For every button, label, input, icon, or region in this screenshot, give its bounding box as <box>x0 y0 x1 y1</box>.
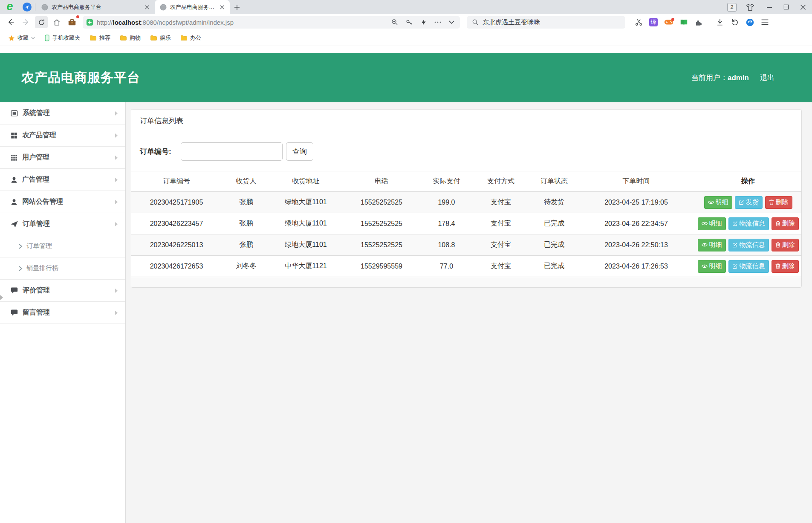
trash-icon <box>769 199 774 205</box>
bookmark-folder-shopping[interactable]: 购物 <box>116 32 144 43</box>
sync-circle-icon[interactable] <box>746 18 754 27</box>
sidebar-subitem-order-mgmt[interactable]: 订单管理 <box>0 235 125 257</box>
theme-tshirt-icon[interactable] <box>746 3 754 11</box>
window-count-badge[interactable]: 2 <box>727 3 737 12</box>
search-box[interactable]: 东北虎遇土豆变咪咪 <box>467 16 625 29</box>
sidebar-item-ad-mgmt[interactable]: 广告管理 <box>0 169 125 191</box>
home-button[interactable] <box>50 16 63 28</box>
sidebar-subitem-sales-ranking[interactable]: 销量排行榜 <box>0 257 125 280</box>
bookmark-folder-entertainment[interactable]: 娱乐 <box>146 32 175 43</box>
cell-amount: 77.0 <box>422 256 471 277</box>
search-icon <box>472 19 479 26</box>
cell-phone: 15525252525 <box>341 192 422 213</box>
tab-close-icon[interactable] <box>219 4 225 11</box>
cell-time: 2023-04-26 22:34:57 <box>578 213 695 234</box>
minimize-button[interactable] <box>766 4 772 10</box>
briefcase-favorites-icon[interactable] <box>66 16 78 28</box>
sidebar-item-message-mgmt[interactable]: 留言管理 <box>0 302 125 324</box>
comment-icon <box>10 287 18 294</box>
bookmark-label: 推荐 <box>99 34 110 42</box>
maximize-button[interactable] <box>783 4 789 10</box>
cell-time: 2023-04-26 22:50:13 <box>578 234 695 256</box>
bookmark-mobile-favorites[interactable]: 手机收藏夹 <box>40 32 84 43</box>
password-key-icon[interactable] <box>405 18 413 26</box>
logout-link[interactable]: 退出 <box>760 73 774 83</box>
sidebar-item-announcement-mgmt[interactable]: 网站公告管理 <box>0 191 125 213</box>
edit-icon <box>732 221 738 226</box>
cell-address: 绿地大厦1101 <box>271 234 341 256</box>
col-status: 订单状态 <box>531 171 578 192</box>
extensions-puzzle-icon[interactable] <box>694 18 702 26</box>
forward-button[interactable] <box>20 16 32 28</box>
zoom-page-icon[interactable] <box>391 18 399 26</box>
logistics-button[interactable]: 物流信息 <box>728 239 769 251</box>
edit-icon <box>732 263 738 269</box>
tab-close-icon[interactable] <box>144 4 150 11</box>
order-number-input[interactable] <box>181 142 283 161</box>
ship-button[interactable]: 发货 <box>735 196 763 209</box>
logistics-button[interactable]: 物流信息 <box>728 260 769 273</box>
game-center-icon[interactable] <box>664 19 673 26</box>
toolbar-separator <box>709 18 709 26</box>
bookmark-favorites[interactable]: 收藏 <box>4 32 39 43</box>
detail-button[interactable]: 明细 <box>704 196 732 209</box>
back-button[interactable] <box>4 16 17 28</box>
cell-phone: 15525252525 <box>341 234 422 256</box>
url-text: http://localhost:8080/ncpdsfwpt/admin/in… <box>97 19 391 26</box>
refresh-button[interactable] <box>35 16 48 28</box>
sidebar-item-system-mgmt[interactable]: 系统管理 <box>0 102 125 124</box>
trash-icon <box>775 221 780 226</box>
sidebar-item-review-mgmt[interactable]: 评价管理 <box>0 280 125 302</box>
star-icon <box>8 35 15 41</box>
translate-icon[interactable]: 译 <box>649 18 658 26</box>
delete-button[interactable]: 删除 <box>772 217 799 230</box>
caret-right-icon <box>115 222 118 226</box>
sidebar-item-user-mgmt[interactable]: 用户管理 <box>0 147 125 169</box>
cell-order-no: 20230426223457 <box>131 213 222 234</box>
reading-book-icon[interactable] <box>680 19 688 26</box>
folder-icon <box>150 35 157 41</box>
address-bar[interactable]: http://localhost:8080/ncpdsfwpt/admin/in… <box>83 16 460 29</box>
cell-pay-method: 支付宝 <box>471 256 531 277</box>
edit-icon <box>732 242 738 248</box>
new-tab-button[interactable] <box>230 0 244 14</box>
close-window-button[interactable] <box>800 4 806 10</box>
delete-button[interactable]: 删除 <box>772 260 799 273</box>
detail-button[interactable]: 明细 <box>698 217 726 230</box>
site-safety-shield-icon[interactable] <box>86 19 93 26</box>
bookmark-label: 手机收藏夹 <box>52 34 80 42</box>
col-phone: 电话 <box>341 171 422 192</box>
panel-collapse-arrow[interactable] <box>0 295 3 300</box>
sidebar-item-label: 农产品管理 <box>22 131 56 140</box>
history-undo-icon[interactable] <box>731 18 739 26</box>
th-large-icon <box>10 132 18 139</box>
bookmark-folder-office[interactable]: 办公 <box>176 32 205 43</box>
sidebar-item-product-mgmt[interactable]: 农产品管理 <box>0 124 125 147</box>
eye-icon <box>702 264 708 269</box>
page-title: 农产品电商服务平台 <box>21 69 140 87</box>
sidebar-item-order-mgmt[interactable]: 订单管理 <box>0 213 125 235</box>
pinned-send-icon[interactable] <box>20 0 34 14</box>
bookmarks-bar: 收藏 手机收藏夹 推荐 购物 娱乐 办公 <box>0 30 812 46</box>
detail-button[interactable]: 明细 <box>698 239 726 251</box>
bookmark-folder-recommend[interactable]: 推荐 <box>86 32 114 43</box>
sidebar-item-label: 用户管理 <box>22 153 49 162</box>
tab-1[interactable]: 农产品电商服务平台 <box>36 0 155 14</box>
menu-hamburger-icon[interactable] <box>761 19 769 26</box>
screenshot-scissors-icon[interactable] <box>635 18 643 26</box>
chevron-right-icon <box>18 243 23 249</box>
tab-2-active[interactable]: 农产品电商服务平台 <box>155 0 230 14</box>
delete-button[interactable]: 删除 <box>765 196 792 209</box>
chevron-down-icon[interactable] <box>448 20 455 24</box>
lightning-icon[interactable] <box>420 19 427 26</box>
query-button[interactable]: 查询 <box>286 142 313 161</box>
logistics-button[interactable]: 物流信息 <box>728 217 769 230</box>
cell-order-no: 20230425171905 <box>131 192 222 213</box>
detail-button[interactable]: 明细 <box>698 260 726 273</box>
download-icon[interactable] <box>716 18 724 26</box>
caret-right-icon <box>115 178 118 182</box>
table-header-row: 订单编号 收货人 收货地址 电话 实际支付 支付方式 订单状态 下单时间 操作 <box>131 171 801 192</box>
order-no-label: 订单编号: <box>140 147 171 156</box>
more-dots-icon[interactable] <box>434 20 442 24</box>
delete-button[interactable]: 删除 <box>772 239 799 251</box>
